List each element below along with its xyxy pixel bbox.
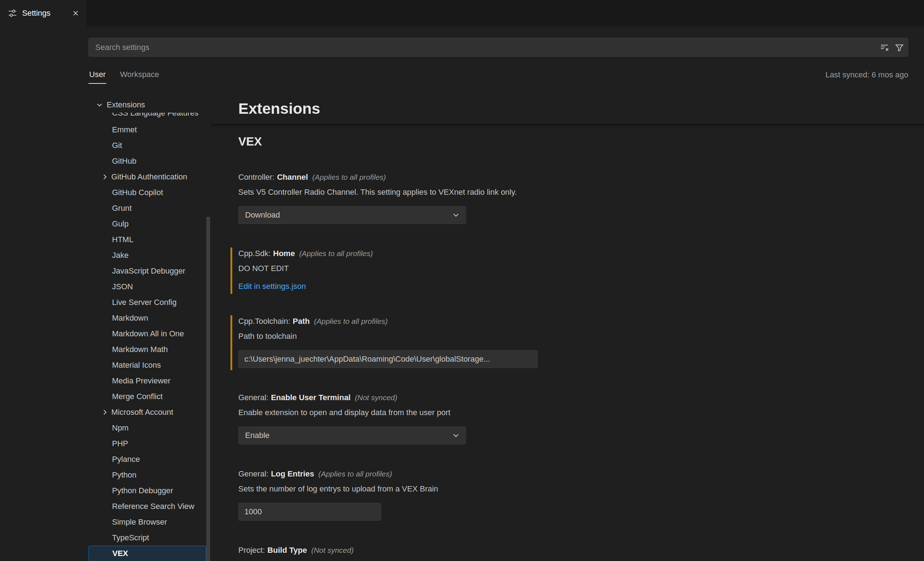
settings-main: Extensions VEX Controller:Channel(Applie… <box>211 97 924 561</box>
setting-scope: (Not synced) <box>355 393 398 402</box>
tab-workspace[interactable]: Workspace <box>119 66 160 84</box>
toc-scrollbar-thumb[interactable] <box>206 217 210 561</box>
toc-item-live-server-config[interactable]: Live Server Config <box>88 295 206 310</box>
toc-item-python-debugger[interactable]: Python Debugger <box>88 483 206 499</box>
chevron-right-icon <box>100 408 109 417</box>
chevron-right-icon <box>100 172 109 181</box>
setting-category: General: <box>238 470 268 478</box>
toc-item-media-previewer[interactable]: Media Previewer <box>88 373 206 389</box>
toc-label: Media Previewer <box>112 375 171 386</box>
clear-search-filters-icon[interactable] <box>880 43 889 52</box>
setting-log-entries: General:Log Entries(Applies to all profi… <box>238 469 910 521</box>
editor-tab-bar: Settings <box>0 0 924 26</box>
filter-icon[interactable] <box>895 43 904 52</box>
setting-title: Controller:Channel(Applies to all profil… <box>238 172 910 183</box>
toc-item-grunt[interactable]: Grunt <box>88 200 206 216</box>
toc-label: Reference Search View <box>112 501 194 512</box>
settings-scope-bar: User Workspace Last synced: 6 mos ago <box>88 66 908 84</box>
toc-item-markdown[interactable]: Markdown <box>88 310 206 326</box>
setting-project-build-type: Project:Build Type(Not synced) <box>238 545 910 556</box>
close-icon[interactable] <box>70 8 81 18</box>
chevron-down-icon <box>451 210 460 220</box>
setting-description: DO NOT EDIT <box>238 263 910 274</box>
toc-item-simple-browser[interactable]: Simple Browser <box>88 514 206 530</box>
toc-item-vex[interactable]: VEX <box>88 546 206 561</box>
setting-name: Home <box>273 249 295 258</box>
setting-category: Cpp.Sdk: <box>238 249 271 258</box>
section-header-vex: VEX <box>238 134 910 149</box>
toc-item-merge-conflict[interactable]: Merge Conflict <box>88 389 206 404</box>
toc-item-github-authentication[interactable]: GitHub Authentication <box>88 169 206 185</box>
toc-label: VEX <box>112 548 128 559</box>
toc-item-python[interactable]: Python <box>88 467 206 483</box>
setting-category: Project: <box>238 546 265 555</box>
toc-label: Simple Browser <box>112 517 167 528</box>
log-entries-input[interactable] <box>238 503 381 521</box>
toc-label: Pylance <box>112 454 140 465</box>
setting-description: Sets V5 Controller Radio Channel. This s… <box>238 187 910 198</box>
toc-item-pylance[interactable]: Pylance <box>88 452 206 467</box>
toc-label: JSON <box>112 281 133 292</box>
setting-category: Controller: <box>238 172 274 182</box>
toc-label: TypeScript <box>112 532 149 543</box>
toc-label: JavaScript Debugger <box>112 266 185 276</box>
setting-name: Path <box>293 317 310 326</box>
search-input[interactable] <box>88 38 908 57</box>
toc-item-reference-search-view[interactable]: Reference Search View <box>88 499 206 514</box>
toc-item-gulp[interactable]: Gulp <box>88 216 206 232</box>
toc-item-jake[interactable]: Jake <box>88 248 206 263</box>
edit-in-settings-json-link[interactable]: Edit in settings.json <box>238 281 306 292</box>
toc-item-npm[interactable]: Npm <box>88 420 206 436</box>
toc-label: GitHub <box>112 156 136 166</box>
toc-item-github-copilot[interactable]: GitHub Copilot <box>88 185 206 200</box>
toc-label: GitHub Authentication <box>111 171 187 182</box>
setting-name: Enable User Terminal <box>271 393 350 402</box>
toc-label: HTML <box>112 234 134 245</box>
toc-label: Merge Conflict <box>112 391 163 402</box>
setting-scope: (Applies to all profiles) <box>299 249 373 258</box>
toc-label: Markdown Math <box>112 344 168 355</box>
toc-label: Extensions <box>106 99 145 110</box>
setting-enable-user-terminal: General:Enable User Terminal(Not synced)… <box>238 392 910 444</box>
select-value: Download <box>245 210 280 220</box>
tab-title: Settings <box>22 9 65 18</box>
setting-cpp-toolchain-path: Cpp.Toolchain:Path(Applies to all profil… <box>238 316 910 368</box>
settings-sliders-icon <box>8 9 17 18</box>
toc-label: Gulp <box>112 219 128 230</box>
tab-settings[interactable]: Settings <box>0 0 87 26</box>
toc-label: Material Icons <box>112 360 161 370</box>
settings-list: VEX Controller:Channel(Applies to all pr… <box>211 124 924 561</box>
toc-item-css-language-features[interactable]: CSS Language Features <box>88 113 206 122</box>
chevron-down-icon <box>451 431 460 440</box>
toolchain-path-input[interactable] <box>238 350 538 368</box>
toc-item-markdown-math[interactable]: Markdown Math <box>88 342 206 357</box>
channel-select[interactable]: Download <box>238 206 466 224</box>
toc-label: CSS Language Features <box>112 113 198 118</box>
toc-item-javascript-debugger[interactable]: JavaScript Debugger <box>88 263 206 279</box>
select-value: Enable <box>245 431 270 440</box>
enable-user-terminal-select[interactable]: Enable <box>238 426 466 444</box>
toc-item-extensions[interactable]: Extensions <box>88 97 206 113</box>
toc-item-typescript[interactable]: TypeScript <box>88 530 206 546</box>
search-actions <box>880 38 904 57</box>
toc-item-emmet[interactable]: Emmet <box>88 122 206 138</box>
setting-title: General:Enable User Terminal(Not synced) <box>238 392 910 403</box>
setting-description: Sets the number of log entrys to upload … <box>238 484 910 494</box>
toc-item-json[interactable]: JSON <box>88 279 206 295</box>
toc-item-microsoft-account[interactable]: Microsoft Account <box>88 404 206 420</box>
toc-label: PHP <box>112 438 128 449</box>
toc-item-github[interactable]: GitHub <box>88 153 206 169</box>
toc-item-material-icons[interactable]: Material Icons <box>88 357 206 373</box>
toc-label: Markdown <box>112 313 148 324</box>
toc-label: Jake <box>112 250 128 261</box>
toc-item-php[interactable]: PHP <box>88 436 206 452</box>
setting-name: Channel <box>277 172 308 182</box>
toc-item-markdown-all-in-one[interactable]: Markdown All in One <box>88 326 206 342</box>
toc-item-html[interactable]: HTML <box>88 232 206 248</box>
toc-item-git[interactable]: Git <box>88 138 206 153</box>
setting-category: General: <box>238 393 268 402</box>
vscode-settings-window: Settings User <box>0 0 924 561</box>
toc-label: Python <box>112 470 136 480</box>
toc-label: GitHub Copilot <box>112 187 163 198</box>
tab-user[interactable]: User <box>88 66 106 84</box>
